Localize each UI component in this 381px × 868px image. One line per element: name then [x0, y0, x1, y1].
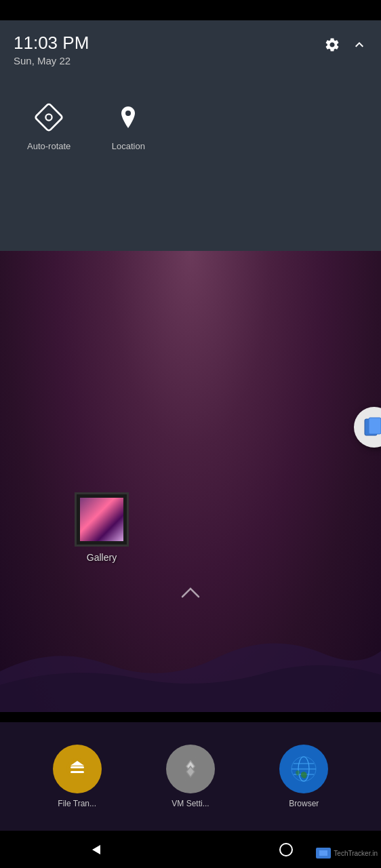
svg-point-1 — [46, 115, 52, 121]
notification-panel: 11:03 PM Sun, May 22 — [0, 20, 381, 251]
status-bar — [0, 0, 381, 20]
file-transfer-icon — [53, 745, 102, 793]
wave-decoration — [0, 631, 381, 712]
settings-button[interactable] — [324, 37, 340, 53]
panel-header: 11:03 PM Sun, May 22 — [0, 20, 381, 73]
back-button[interactable] — [83, 837, 108, 863]
floating-action-button[interactable] — [354, 407, 381, 448]
watermark-icon — [316, 848, 331, 859]
current-time: 11:03 PM — [14, 33, 89, 54]
auto-rotate-label: Auto-rotate — [27, 141, 71, 151]
svg-marker-18 — [92, 845, 100, 854]
dock-item-browser[interactable]: Browser — [279, 745, 328, 808]
app-drawer-chevron[interactable] — [180, 585, 201, 604]
svg-rect-21 — [319, 850, 327, 856]
quick-settings-area: Auto-rotate Location — [0, 73, 381, 165]
gallery-desktop-icon[interactable]: Gallery — [75, 492, 129, 563]
vm-settings-label: VM Setti... — [172, 799, 209, 808]
time-date: 11:03 PM Sun, May 22 — [14, 33, 89, 66]
file-transfer-label: File Tran... — [58, 799, 96, 808]
panel-action-icons — [324, 33, 367, 53]
svg-rect-0 — [35, 103, 62, 131]
dock-item-vm-settings[interactable]: VM Setti... — [166, 745, 215, 808]
auto-rotate-icon — [32, 100, 66, 134]
dock: File Tran... VM Setti... — [0, 722, 381, 831]
gallery-label: Gallery — [87, 552, 117, 563]
location-icon — [111, 100, 145, 134]
dock-item-file-transfer[interactable]: File Tran... — [53, 745, 102, 808]
gallery-icon-image — [75, 492, 129, 547]
collapse-panel-button[interactable] — [351, 37, 367, 53]
vm-settings-icon — [166, 745, 215, 793]
svg-rect-6 — [71, 766, 84, 768]
current-date: Sun, May 22 — [14, 55, 89, 66]
browser-icon — [279, 745, 328, 793]
svg-point-2 — [125, 111, 131, 116]
gallery-thumbnail — [80, 498, 123, 541]
home-button[interactable] — [273, 837, 299, 863]
auto-rotate-tile[interactable]: Auto-rotate — [27, 100, 71, 151]
browser-label: Browser — [289, 799, 319, 808]
svg-rect-8 — [71, 771, 84, 773]
svg-rect-4 — [369, 418, 381, 434]
svg-point-19 — [280, 844, 292, 856]
location-tile[interactable]: Location — [111, 100, 145, 151]
wallpaper: Gallery — [0, 251, 381, 712]
navigation-bar: TechTracker.in — [0, 831, 381, 868]
location-label: Location — [112, 141, 145, 151]
watermark-text: TechTracker.in — [334, 850, 378, 857]
watermark: TechTracker.in — [316, 848, 378, 859]
